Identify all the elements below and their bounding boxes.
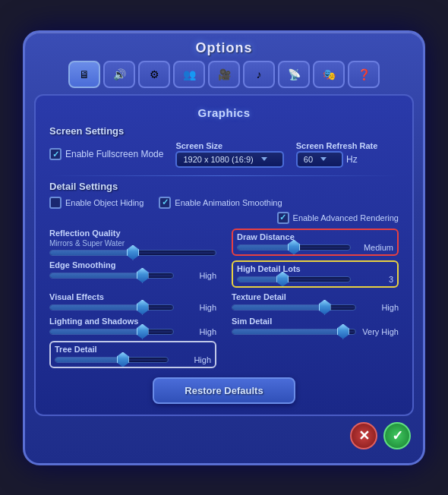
confirm-button[interactable]: ✓ (383, 422, 411, 449)
restore-defaults-button[interactable]: Restore Defaults (153, 377, 295, 404)
screen-size-dropdown[interactable]: 1920 x 1080 (16:9) (175, 151, 283, 168)
tab-gameplay[interactable]: ⚙ (138, 61, 170, 88)
tab-music[interactable]: ♪ (243, 61, 275, 88)
fullscreen-label: Enable Fullscreen Mode (49, 148, 163, 160)
advanced-rendering-label: Enable Advanced Rendering (293, 213, 399, 222)
sim-detail-slider-row: Very High (232, 327, 399, 336)
animation-smoothing-checkbox[interactable] (159, 197, 171, 209)
object-hiding-label: Enable Object Hiding (65, 198, 144, 207)
high-detail-lots-label: High Detail Lots (237, 264, 393, 273)
advanced-rendering-row2: Enable Advanced Rendering (49, 212, 399, 224)
edge-smoothing-fill (50, 273, 143, 278)
sim-detail-setting: Sim Detail Very High (232, 317, 399, 336)
lighting-shadows-track[interactable] (49, 329, 174, 335)
top-checkbox-row: Enable Object Hiding Enable Animation Sm… (49, 197, 399, 209)
edge-smoothing-thumb[interactable] (137, 268, 149, 283)
tree-detail-slider-row: High (55, 355, 211, 364)
reflection-quality-track[interactable] (49, 250, 216, 256)
visual-effects-thumb[interactable] (137, 300, 149, 315)
screen-row: Enable Fullscreen Mode Screen Size 1920 … (49, 141, 399, 168)
high-detail-lots-thumb[interactable] (276, 272, 289, 287)
high-detail-lots-fill (238, 277, 282, 282)
draw-distance-value: Medium (355, 243, 393, 252)
screen-settings-title: Screen Settings (49, 125, 399, 137)
bottom-buttons: ✕ ✓ (25, 416, 423, 449)
refresh-rate-label: Screen Refresh Rate (296, 141, 378, 150)
lighting-shadows-thumb[interactable] (137, 324, 149, 339)
detail-grid: Reflection Quality Mirrors & Super Water… (49, 229, 399, 368)
window-title: Options (25, 33, 423, 61)
visual-effects-setting: Visual Effects High (49, 292, 216, 312)
tab-graphics[interactable]: 🖥 (68, 61, 100, 88)
texture-detail-slider-row: High (232, 303, 399, 312)
high-detail-lots-value: 3 (355, 275, 393, 284)
visual-effects-slider-row: High (49, 303, 216, 312)
edge-smoothing-value: High (178, 271, 216, 280)
section-title: Graphics (49, 103, 399, 125)
reflection-quality-setting: Reflection Quality Mirrors & Super Water (49, 229, 216, 256)
draw-distance-track[interactable] (237, 244, 351, 251)
sim-detail-value: Very High (361, 327, 399, 336)
tab-social[interactable]: 👥 (173, 61, 205, 88)
tree-detail-value: High (173, 355, 211, 364)
tab-sound[interactable]: 🔊 (103, 61, 135, 88)
lighting-shadows-label: Lighting and Shadows (49, 317, 216, 326)
tree-detail-thumb[interactable] (117, 352, 129, 367)
texture-detail-track[interactable] (232, 304, 356, 311)
edge-smoothing-setting: Edge Smoothing High (49, 260, 216, 288)
tabs-row: 🖥 🔊 ⚙ 👥 🎥 ♪ 📡 🎭 ❓ (25, 61, 423, 94)
draw-distance-setting: Draw Distance Medium (232, 229, 399, 256)
screen-size-label: Screen Size (175, 141, 283, 150)
lighting-shadows-fill (50, 329, 143, 334)
visual-effects-fill (50, 305, 143, 310)
reflection-quality-slider-row (49, 250, 216, 256)
sim-detail-track[interactable] (232, 329, 356, 335)
texture-detail-setting: Texture Detail High (232, 292, 399, 312)
divider-1 (49, 175, 399, 176)
visual-effects-value: High (178, 303, 216, 312)
high-detail-lots-setting: High Detail Lots 3 (232, 260, 399, 288)
reflection-quality-fill (50, 251, 133, 255)
lighting-shadows-value: High (178, 327, 216, 336)
tab-network[interactable]: 📡 (278, 61, 310, 88)
object-hiding-checkbox[interactable] (49, 197, 62, 209)
sim-detail-label: Sim Detail (232, 317, 399, 326)
texture-detail-label: Texture Detail (232, 292, 399, 301)
tree-detail-label: Tree Detail (55, 345, 211, 354)
tab-family[interactable]: 🎭 (313, 61, 345, 88)
lighting-shadows-setting: Lighting and Shadows High (49, 317, 216, 336)
advanced-rendering-checkbox[interactable] (277, 212, 289, 224)
draw-distance-label: Draw Distance (237, 232, 393, 241)
hz-label: Hz (346, 154, 358, 165)
texture-detail-fill (232, 305, 325, 310)
options-window: Options 🖥 🔊 ⚙ 👥 🎥 ♪ 📡 🎭 ❓ Graphics Scree… (23, 30, 425, 465)
visual-effects-track[interactable] (49, 304, 174, 311)
texture-detail-thumb[interactable] (319, 300, 331, 315)
tree-detail-setting: Tree Detail High (49, 341, 216, 368)
visual-effects-label: Visual Effects (49, 292, 216, 301)
edge-smoothing-track[interactable] (49, 273, 174, 279)
sim-detail-thumb[interactable] (337, 324, 349, 339)
high-detail-lots-slider-row: 3 (237, 275, 393, 284)
reflection-quality-label: Reflection Quality (49, 229, 216, 238)
edge-smoothing-slider-row: High (49, 271, 216, 280)
detail-settings-title: Detail Settings (49, 181, 399, 192)
cancel-button[interactable]: ✕ (350, 422, 377, 449)
tab-camera[interactable]: 🎥 (208, 61, 240, 88)
detail-settings: Detail Settings Enable Object Hiding Ena… (49, 181, 399, 368)
object-hiding-row: Enable Object Hiding (49, 197, 144, 209)
tree-detail-fill (55, 358, 123, 362)
tree-detail-track[interactable] (55, 357, 169, 363)
screen-size-group: Screen Size 1920 x 1080 (16:9) (175, 141, 283, 168)
tab-help[interactable]: ❓ (348, 61, 380, 88)
edge-smoothing-label: Edge Smoothing (49, 260, 216, 270)
high-detail-lots-track[interactable] (237, 276, 351, 282)
draw-distance-thumb[interactable] (288, 240, 300, 255)
texture-detail-value: High (361, 303, 399, 312)
fullscreen-text: Enable Fullscreen Mode (65, 149, 163, 159)
refresh-rate-group: Screen Refresh Rate 60 Hz (296, 141, 378, 168)
fullscreen-checkbox[interactable] (49, 148, 62, 160)
refresh-rate-dropdown[interactable]: 60 (296, 151, 343, 168)
screen-settings: Screen Settings Enable Fullscreen Mode S… (49, 125, 399, 168)
draw-distance-slider-row: Medium (237, 243, 393, 252)
